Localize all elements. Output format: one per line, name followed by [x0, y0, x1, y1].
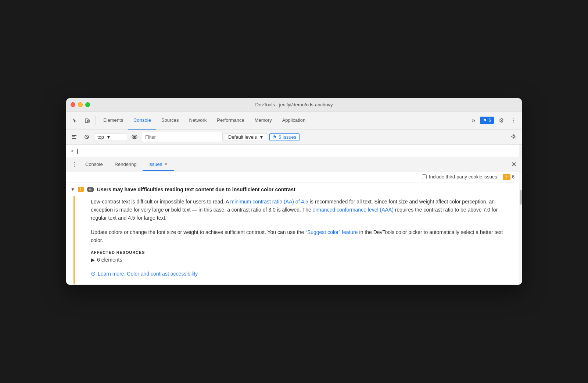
tab-performance[interactable]: Performance: [212, 111, 249, 130]
contrast-ratio-link[interactable]: minimum contrast ratio (AA) of 4.5: [230, 199, 308, 205]
affected-elements-item[interactable]: ▶ 6 elements: [91, 257, 512, 263]
drawer-tab-issues[interactable]: Issues ✕: [143, 158, 174, 171]
enhanced-conformance-link[interactable]: enhanced conformance level (AAA): [313, 207, 394, 213]
drawer-menu-button[interactable]: ⋮: [69, 159, 79, 170]
drawer-toolbar: ⋮ Console Rendering Issues ✕ ✕: [66, 158, 522, 171]
issues-flag-icon: ⚑: [483, 118, 487, 123]
main-scrollbar[interactable]: [519, 171, 522, 285]
dropdown-arrow-icon: ▼: [106, 134, 111, 140]
toolbar-right: » ⚑ 6 ⚙ ⋮: [468, 114, 519, 126]
more-dots-icon: ⋮: [510, 116, 517, 124]
traffic-lights: [71, 102, 90, 107]
close-drawer-icon: ✕: [511, 160, 517, 169]
tab-elements[interactable]: Elements: [98, 111, 128, 130]
tab-memory[interactable]: Memory: [250, 111, 277, 130]
maximize-button[interactable]: [85, 102, 90, 107]
issues-header-bar: Include third-party cookie issues ! 6: [66, 171, 519, 183]
close-button[interactable]: [71, 102, 75, 107]
collapse-arrow-icon: ▶: [91, 257, 95, 263]
third-party-checkbox-input[interactable]: [422, 174, 427, 179]
suggest-color-link[interactable]: “Suggest color” feature: [305, 229, 358, 235]
close-issues-tab-button[interactable]: ✕: [164, 162, 168, 167]
issues-panel: Include third-party cookie issues ! 6 ▼ …: [66, 171, 519, 285]
warning-count: ! 6: [503, 174, 514, 180]
affected-label: AFFECTED RESOURCES: [91, 250, 512, 255]
top-toolbar: Elements Console Sources Network Perform…: [66, 111, 522, 130]
frame-selector[interactable]: top ▼: [94, 133, 127, 141]
tab-console[interactable]: Console: [128, 111, 156, 130]
kebab-icon: ⋮: [71, 161, 77, 168]
issue-description-p1: Low-contrast text is difficult or imposs…: [91, 198, 512, 222]
issue-update-text: Update colors or change the font size or…: [91, 228, 512, 245]
svg-point-8: [134, 136, 136, 138]
more-options-button[interactable]: ⋮: [509, 115, 519, 125]
live-expressions-button[interactable]: [129, 132, 140, 142]
settings-icon: ⚙: [499, 117, 504, 124]
settings-button[interactable]: ⚙: [495, 114, 507, 126]
tab-sources[interactable]: Sources: [156, 111, 184, 130]
minimize-button[interactable]: [78, 102, 83, 107]
cursor-icon[interactable]: [69, 114, 81, 126]
issue-body: Low-contrast text is difficult or imposs…: [74, 196, 519, 285]
console-cursor: |: [76, 148, 79, 154]
svg-line-6: [86, 136, 88, 138]
issues-counter[interactable]: ⚑ 6 Issues: [269, 133, 300, 141]
svg-point-9: [513, 135, 515, 137]
svg-rect-1: [87, 120, 90, 122]
issue-title-row[interactable]: ▼ ! 6 Users may have difficulties readin…: [66, 183, 519, 196]
svg-rect-4: [72, 138, 76, 139]
console-input-row[interactable]: > |: [66, 145, 519, 158]
svg-rect-3: [72, 136, 75, 137]
svg-rect-2: [72, 135, 76, 136]
close-drawer-button[interactable]: ✕: [509, 159, 519, 170]
learn-more-icon: ⊙: [91, 270, 96, 277]
clear-console-button[interactable]: [82, 132, 92, 142]
issue-group-contrast: ▼ ! 6 Users may have difficulties readin…: [66, 183, 519, 285]
console-bar: top ▼ Default levels ▼ ⚑ 6 Issues: [66, 130, 522, 145]
show-sidebar-button[interactable]: [69, 132, 79, 142]
drawer-tab-console[interactable]: Console: [79, 158, 109, 171]
issues-panel-container: Include third-party cookie issues ! 6 ▼ …: [66, 171, 522, 285]
console-settings-icon: [511, 134, 517, 141]
filter-input[interactable]: [142, 132, 223, 142]
devtools-window: DevTools - jec.fyi/demo/cds-anchovy Elem…: [66, 98, 522, 285]
console-settings-button[interactable]: [509, 132, 519, 142]
console-prompt-icon: >: [71, 148, 74, 154]
mini-scrollbar: [519, 145, 522, 158]
expand-arrow-icon: ▼: [71, 187, 75, 192]
level-dropdown-icon: ▼: [259, 134, 264, 140]
issues-badge-button[interactable]: ⚑ 6: [480, 117, 494, 124]
scrollbar-thumb[interactable]: [520, 190, 522, 205]
devtools-panel: Elements Console Sources Network Perform…: [66, 111, 522, 285]
console-input-area: > |: [66, 145, 522, 158]
device-icon[interactable]: [82, 114, 93, 126]
issues-flag-icon: ⚑: [273, 134, 277, 140]
level-selector[interactable]: Default levels ▼: [225, 133, 267, 141]
third-party-checkbox-label[interactable]: Include third-party cookie issues: [422, 174, 497, 180]
learn-more-link[interactable]: Learn more: Color and contrast accessibi…: [98, 271, 198, 277]
nav-tabs: Elements Console Sources Network Perform…: [98, 111, 467, 130]
drawer-tab-rendering[interactable]: Rendering: [109, 158, 143, 171]
warning-icon: !: [503, 174, 510, 180]
tab-application[interactable]: Application: [277, 111, 311, 130]
toolbar-divider: [96, 116, 96, 125]
window-title: DevTools - jec.fyi/demo/cds-anchovy: [255, 102, 333, 107]
warning-badge: !: [78, 187, 84, 192]
tab-network[interactable]: Network: [184, 111, 212, 130]
affected-resources: AFFECTED RESOURCES ▶ 6 elements: [91, 250, 512, 263]
titlebar: DevTools - jec.fyi/demo/cds-anchovy: [66, 98, 522, 111]
issue-count-badge: 6: [87, 187, 94, 192]
more-tabs-button[interactable]: »: [468, 115, 478, 125]
learn-more: ⊙ Learn more: Color and contrast accessi…: [91, 270, 512, 277]
issue-title: Users may have difficulties reading text…: [97, 187, 295, 192]
